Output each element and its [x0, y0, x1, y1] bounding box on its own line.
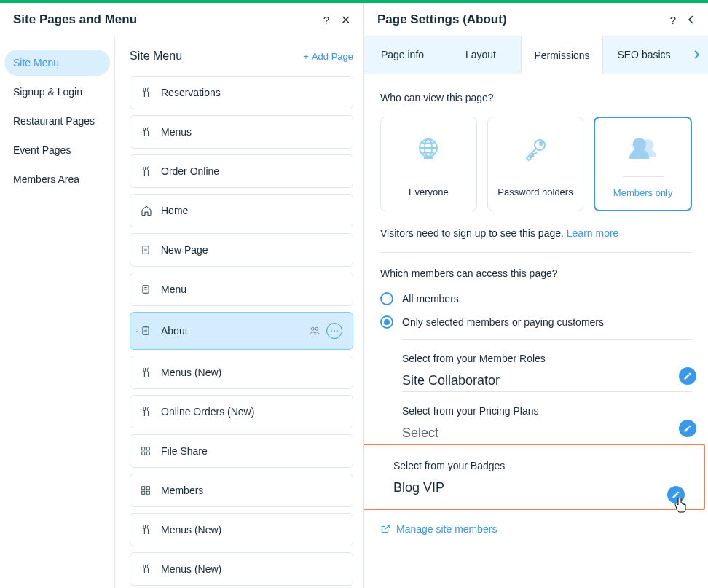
sidebar-item-event-pages[interactable]: Event Pages [4, 137, 110, 163]
roles-value: Site Collaborator [402, 373, 692, 388]
page-item[interactable]: Menus (New) [130, 356, 353, 389]
plans-label: Select from your Pricing Plans [402, 405, 692, 417]
fork-icon [141, 563, 152, 575]
external-link-icon [380, 524, 390, 534]
page-item[interactable]: File Share [130, 434, 353, 468]
page-item[interactable]: New Page [130, 233, 353, 267]
svg-rect-16 [146, 487, 149, 490]
sidebar-item-members-area[interactable]: Members Area [4, 166, 110, 192]
plans-value: Select [402, 426, 692, 441]
help-icon[interactable]: ? [323, 14, 329, 26]
members-icon [627, 134, 659, 166]
drag-handle-icon[interactable]: ⋮⋮ [133, 327, 146, 335]
svg-point-9 [311, 327, 314, 330]
page-label: New Page [161, 244, 208, 256]
page-item[interactable]: Menu [130, 273, 353, 306]
page-item[interactable]: ⋮⋮About⋯ [130, 312, 353, 350]
page-label: Reservations [161, 87, 221, 98]
svg-point-33 [540, 142, 543, 145]
page-list: ReservationsMenusOrder OnlineHomeNew Pag… [130, 76, 353, 588]
chevron-left-icon[interactable] [688, 15, 695, 25]
sidebar: Site MenuSignup & LoginRestaurant PagesE… [0, 36, 115, 588]
page-item[interactable]: Members [130, 474, 353, 507]
page-label: File Share [161, 445, 208, 457]
close-icon[interactable]: ✕ [341, 13, 350, 27]
everyone-icon [414, 133, 443, 165]
svg-rect-17 [142, 491, 145, 494]
edit-badges-button[interactable] [667, 486, 685, 503]
page-label: About [161, 325, 188, 337]
doc-icon [141, 244, 152, 256]
page-item[interactable]: Reservations [130, 76, 353, 109]
which-members-label: Which members can access this page? [380, 267, 692, 279]
help-icon[interactable]: ? [670, 14, 676, 26]
svg-rect-15 [142, 487, 145, 490]
signup-note: Visitors need to sign up to see this pag… [380, 227, 692, 239]
svg-rect-12 [146, 447, 149, 450]
manage-members-link[interactable]: Manage site members [380, 523, 692, 535]
password-icon [521, 133, 550, 165]
badges-value: Blog VIP [393, 480, 698, 495]
sidebar-item-restaurant-pages[interactable]: Restaurant Pages [4, 108, 110, 134]
tab-layout[interactable]: Layout [441, 36, 521, 74]
right-panel-header: Page Settings (About) ? [364, 3, 708, 36]
members-badge-icon [309, 326, 320, 336]
page-item[interactable]: Home [130, 194, 353, 227]
pages-heading: Site Menu [130, 50, 182, 63]
page-label: Menu [161, 283, 186, 295]
fork-icon [141, 524, 152, 536]
tab-permissions[interactable]: Permissions [521, 36, 603, 74]
permission-card-members[interactable]: Members only [594, 117, 692, 211]
radio-icon [380, 315, 393, 329]
left-panel-header: Site Pages and Menu ? ✕ [0, 3, 363, 36]
fork-icon [141, 126, 152, 138]
sidebar-item-signup-login[interactable]: Signup & Login [4, 79, 110, 105]
member-roles-block: Select from your Member Roles Site Colla… [402, 339, 692, 391]
radio-icon [380, 292, 393, 305]
page-label: Menus (New) [161, 563, 221, 575]
home-icon [141, 205, 152, 216]
page-actions-button[interactable]: ⋯ [326, 323, 342, 339]
pricing-plans-block: Select from your Pricing Plans Select [402, 391, 692, 444]
radio-all-members[interactable]: All members [380, 292, 692, 305]
fork-icon [141, 87, 152, 98]
page-label: Home [161, 205, 188, 216]
page-item[interactable]: Online Orders (New) [130, 395, 353, 428]
page-label: Menus (New) [161, 366, 221, 378]
svg-rect-13 [142, 452, 145, 455]
tab-seo-basics[interactable]: SEO basics [603, 36, 685, 74]
page-label: Menus [161, 126, 192, 138]
permission-card-everyone[interactable]: Everyone [380, 117, 477, 211]
add-page-button[interactable]: + Add Page [303, 51, 353, 62]
svg-rect-18 [146, 491, 149, 494]
radio-selected-members[interactable]: Only selected members or paying customer… [380, 315, 692, 329]
page-label: Menus (New) [161, 524, 221, 536]
badges-block: Select from your Badges Blog VIP [393, 455, 698, 498]
who-can-view-label: Who can view this page? [380, 92, 692, 103]
roles-label: Select from your Member Roles [402, 353, 692, 364]
doc-icon [141, 283, 152, 295]
left-panel-title: Site Pages and Menu [13, 12, 137, 27]
fork-icon [141, 406, 152, 418]
page-label: Order Online [161, 165, 219, 177]
right-panel-title: Page Settings (About) [377, 12, 507, 27]
page-item[interactable]: Menus [130, 115, 353, 149]
permission-card-password[interactable]: Password holders [487, 117, 584, 211]
edit-roles-button[interactable] [679, 367, 696, 385]
badges-label: Select from your Badges [393, 460, 698, 471]
grid-icon [141, 446, 152, 456]
page-item[interactable]: Order Online [130, 154, 353, 188]
fork-icon [141, 165, 152, 177]
tabs-scroll-right[interactable] [685, 36, 708, 74]
badges-highlight: Select from your Badges Blog VIP [364, 444, 705, 510]
svg-rect-11 [142, 447, 145, 450]
sidebar-item-site-menu[interactable]: Site Menu [4, 50, 110, 76]
page-item[interactable]: Menus (New) [130, 513, 353, 546]
edit-plans-button[interactable] [679, 420, 696, 437]
tabs: Page infoLayoutPermissionsSEO basics [364, 36, 708, 74]
page-item[interactable]: Menus (New) [130, 552, 353, 586]
tab-page-info[interactable]: Page info [364, 36, 441, 74]
fork-icon [141, 366, 152, 378]
grid-icon [141, 485, 152, 495]
learn-more-link[interactable]: Learn more [567, 227, 619, 239]
